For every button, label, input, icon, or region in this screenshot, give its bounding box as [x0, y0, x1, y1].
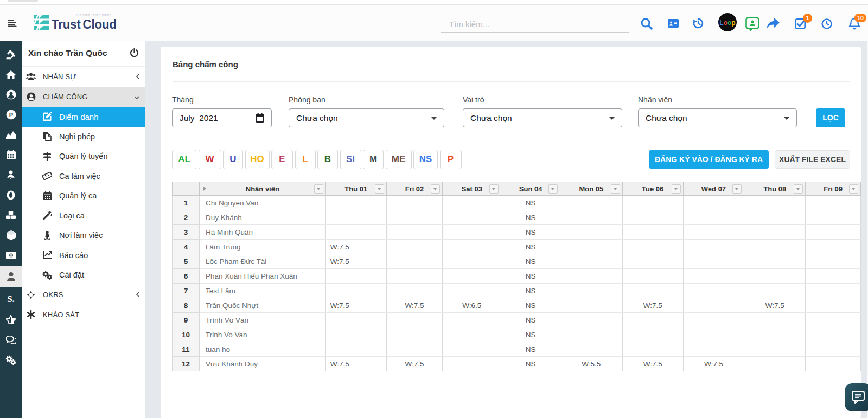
svg-text:$: $	[10, 253, 12, 258]
svg-text:Loop: Loop	[719, 19, 735, 27]
svg-text:P: P	[9, 112, 12, 118]
